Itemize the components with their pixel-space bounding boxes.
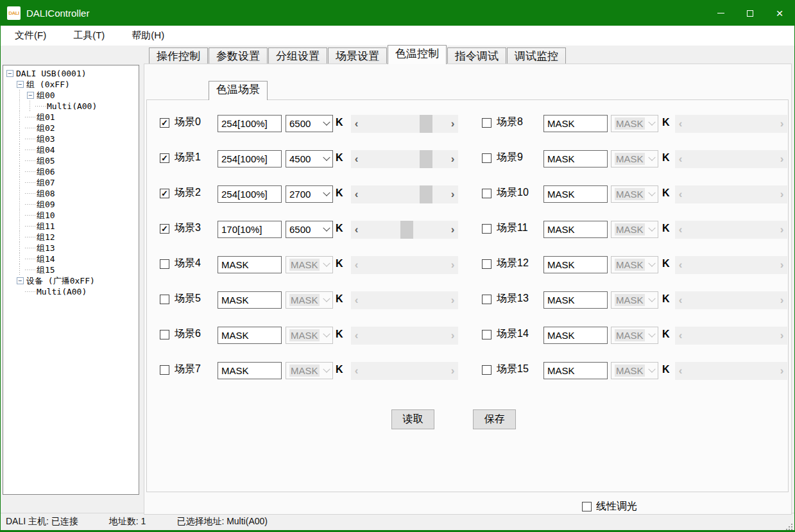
tree-collapse-icon[interactable]: − [15,79,25,90]
tree-node-label[interactable]: 组11 [35,221,55,232]
tree-row: 组06 [4,166,137,177]
scene-label: 场景11 [497,221,528,235]
tree-row: 组14 [4,253,137,264]
scene-level-input[interactable] [543,327,608,344]
menubar: 文件(F)工具(T)帮助(H) [1,26,794,46]
color-temp-value: MASK [615,329,645,341]
tree-collapse-icon[interactable]: − [4,68,15,79]
tree-collapse-icon[interactable]: − [15,275,25,286]
scene-checkbox[interactable] [482,153,492,163]
color-temp-select[interactable]: MASK [611,256,658,273]
tree-node-label[interactable]: 组07 [35,177,55,189]
tree-guide [25,221,35,232]
color-temp-select[interactable]: MASK [611,185,658,203]
scene-row: 场景9MASKK‹› [147,150,788,169]
color-temp-select[interactable]: MASK [611,291,658,309]
scene-level-input[interactable] [543,256,608,273]
scene-checkbox[interactable] [482,365,492,375]
tree-node-label[interactable]: Multi(A00) [46,101,97,111]
chevron-down-icon [648,224,655,231]
color-temp-select[interactable]: MASK [611,327,658,344]
linear-dimming-option: 线性调光 [582,500,637,513]
tree-node-label[interactable]: DALI USB(0001) [15,69,87,78]
read-button[interactable]: 读取 [391,409,434,429]
color-temp-select[interactable]: MASK [611,221,658,238]
tree-node-label[interactable]: 组01 [35,112,55,123]
tree-node-label[interactable]: 组04 [35,144,55,156]
tab-item[interactable]: 调试监控 [507,47,566,64]
tree-guide [25,253,35,264]
tree-node-label[interactable]: 组15 [35,264,55,276]
tab-item[interactable]: 操作控制 [149,47,208,64]
maximize-icon [747,10,753,17]
tree-guide [25,123,35,133]
scroll-track [686,256,776,274]
tree-guide [25,155,35,166]
scroll-left-icon: ‹ [675,221,686,239]
color-temp-select[interactable]: MASK [611,115,658,132]
tree-node-label[interactable]: 设备 (广播0xFF) [25,275,95,287]
color-temp-select[interactable]: MASK [611,150,658,167]
linear-dimming-checkbox[interactable] [582,502,592,511]
scroll-right-icon: › [776,150,787,168]
scene-checkbox[interactable] [482,295,492,304]
tree-guide [15,243,25,253]
tree-node-label[interactable]: 组06 [35,166,55,178]
scene-checkbox[interactable] [482,118,492,128]
close-button[interactable]: × [765,1,794,26]
tree-row: Multi(A00) [4,101,137,112]
scene-level-input[interactable] [543,291,608,309]
menu-item[interactable]: 帮助(H) [125,27,171,44]
scroll-right-icon: › [776,291,787,309]
tree-node-label[interactable]: 组13 [35,243,55,254]
tree-guide [15,112,25,123]
tab-item[interactable]: 指令调试 [447,47,506,64]
collapse-minus-icon: − [6,70,13,77]
tab-item[interactable]: 场景设置 [328,47,387,64]
tab-selected[interactable]: 色温控制 [388,45,447,64]
tree-node-label[interactable]: Multi(A00) [35,287,87,296]
scene-level-input[interactable] [543,150,608,167]
scene-level-input[interactable] [543,115,608,132]
tree-node-label[interactable]: 组12 [35,232,55,243]
tree-node-label[interactable]: 组09 [35,199,55,210]
scene-checkbox[interactable] [482,224,492,234]
tree-node-label[interactable]: 组03 [35,133,55,145]
subtab-selected[interactable]: 色温场景 [209,81,268,100]
tree-collapse-icon[interactable]: − [25,90,35,101]
scene-level-input[interactable] [543,221,608,238]
tree-node-label[interactable]: 组00 [35,90,55,101]
tree-node-label[interactable]: 组14 [35,253,55,265]
scene-checkbox[interactable] [482,259,492,269]
tree-node-label[interactable]: 组 (0xFF) [25,79,70,90]
tree-row: 组05 [4,155,137,166]
tree-node-label[interactable]: 组05 [35,155,55,167]
scene-label: 场景10 [497,186,529,200]
tree-row: Multi(A00) [4,286,137,297]
scene-checkbox[interactable] [482,189,492,198]
kelvin-unit-label: K [662,329,670,340]
scene-checkbox[interactable] [482,330,492,339]
scroll-left-icon: ‹ [675,362,686,380]
tree-guide [4,123,15,133]
scroll-right-icon: › [776,327,787,345]
tree-guide [4,243,15,253]
menu-item[interactable]: 文件(F) [8,27,53,44]
tab-item[interactable]: 参数设置 [209,47,268,64]
resize-grip-icon[interactable] [785,522,792,530]
tree-node-label[interactable]: 组08 [35,188,55,200]
scene-level-input[interactable] [543,362,608,379]
minimize-button[interactable] [706,1,735,26]
menu-item[interactable]: 工具(T) [67,27,111,44]
scroll-track [686,291,776,309]
tree-node-label[interactable]: 组02 [35,123,55,134]
save-button[interactable]: 保存 [473,409,516,429]
color-temp-select[interactable]: MASK [611,362,658,379]
tree-guide [15,286,25,297]
tab-item[interactable]: 分组设置 [268,47,327,64]
maximize-button[interactable] [735,1,765,26]
tree-row: 组08 [4,188,137,199]
tree-node-label[interactable]: 组10 [35,210,55,221]
scroll-track [686,327,776,345]
scene-level-input[interactable] [543,185,608,203]
